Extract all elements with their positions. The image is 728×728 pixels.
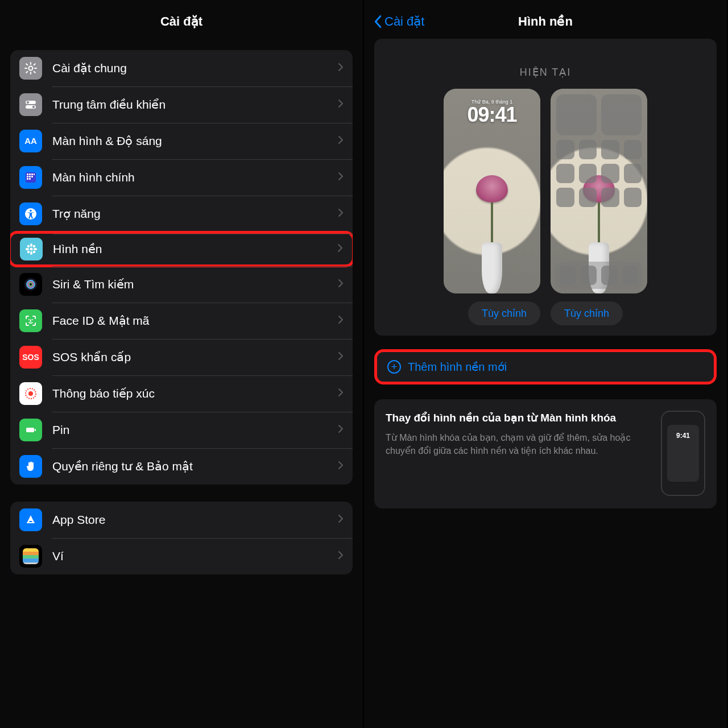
wallet-icon [19,545,42,568]
appstore-icon [19,508,42,531]
chevron-right-icon [338,551,344,562]
back-label: Cài đặt [384,14,424,29]
faceid-icon [19,309,42,332]
svg-point-20 [30,251,32,255]
flower-icon [20,238,43,260]
wallpaper-previews: Thứ Ba, 9 tháng 1 09:41 [384,89,706,293]
chevron-right-icon [338,424,344,436]
exposure-icon [19,382,42,405]
svg-rect-38 [27,522,35,523]
nav-bar: Cài đặt Hình nền [364,5,727,39]
svg-point-31 [28,319,30,320]
chevron-right-icon [338,279,344,290]
settings-scroll[interactable]: Cài đặt chungTrung tâm điều khiểnAAMàn h… [0,50,363,574]
back-button[interactable]: Cài đặt [373,14,424,29]
chevron-right-icon [338,461,344,472]
add-new-wallpaper-button[interactable]: + Thêm hình nền mới [374,349,717,384]
row-label: Màn hình chính [52,171,338,184]
svg-point-22 [34,248,37,250]
settings-row-AA[interactable]: AAMàn hình & Độ sáng [10,123,353,159]
settings-row-switches[interactable]: Trung tâm điều khiển [10,86,353,123]
settings-group: Cài đặt chungTrung tâm điều khiểnAAMàn h… [10,50,353,485]
page-title: Hình nền [518,14,573,29]
settings-row-SOS[interactable]: SOSSOS khẩn cấp [10,339,353,375]
homescreen-preview[interactable] [551,89,647,293]
settings-row-exposure[interactable]: Thông báo tiếp xúc [10,375,353,412]
customize-home-button[interactable]: Tùy chỉnh [551,301,623,325]
svg-rect-11 [27,176,28,177]
wallpaper-panel: Cài đặt Hình nền HIỆN TẠI Thứ Ba, 9 thán… [364,0,728,728]
settings-row-flower[interactable]: Hình nền [10,231,353,267]
siri-icon [19,273,42,296]
chevron-left-icon [373,15,382,28]
svg-point-34 [28,391,33,396]
settings-row-faceid[interactable]: Face ID & Mật mã [10,303,353,339]
chevron-right-icon [337,243,343,255]
AA-icon: AA [19,130,42,152]
row-label: Pin [52,423,338,437]
tip-phone-illustration: 9:41 [661,411,705,496]
battery-icon [19,419,42,441]
gear-icon [19,57,42,80]
row-label: Thông báo tiếp xúc [52,387,338,400]
chevron-right-icon [338,135,344,147]
svg-point-0 [29,67,33,71]
add-new-label: Thêm hình nền mới [408,360,507,374]
row-label: App Store [52,513,338,527]
svg-rect-10 [34,173,35,175]
svg-point-21 [26,248,29,250]
svg-rect-35 [26,428,34,432]
svg-rect-36 [35,429,36,431]
customize-lock-button[interactable]: Tùy chỉnh [468,301,540,325]
svg-point-2 [27,101,29,104]
row-label: Face ID & Mật mã [52,314,338,328]
svg-point-18 [30,248,33,251]
tip-body: Từ Màn hình khóa của bạn, chạm và giữ để… [386,431,651,457]
svg-point-32 [32,319,33,320]
tip-title: Thay đổi hình nền của bạn từ Màn hình kh… [386,411,651,425]
page-title: Cài đặt [160,14,202,29]
svg-rect-7 [27,173,28,175]
settings-group: App StoreVí [10,502,353,574]
row-label: Ví [52,549,338,563]
svg-rect-8 [29,173,31,175]
svg-point-4 [32,106,35,108]
settings-row-siri[interactable]: Siri & Tìm kiếm [10,266,353,303]
svg-point-17 [30,210,32,212]
customize-buttons-row: Tùy chỉnh Tùy chỉnh [384,301,706,325]
chevron-right-icon [338,514,344,526]
svg-point-23 [27,245,30,247]
settings-row-wallet[interactable]: Ví [10,538,353,574]
settings-row-appstore[interactable]: App Store [10,502,353,538]
settings-row-hand[interactable]: Quyền riêng tư & Bảo mật [10,448,353,485]
chevron-right-icon [338,208,344,220]
lockscreen-preview[interactable]: Thứ Ba, 9 tháng 1 09:41 [444,89,540,293]
section-header: HIỆN TẠI [384,66,706,78]
row-label: Trợ năng [52,207,338,221]
svg-rect-14 [27,178,28,180]
settings-row-accessibility[interactable]: Trợ năng [10,196,353,232]
SOS-icon: SOS [19,346,42,369]
wallpaper-scroll[interactable]: HIỆN TẠI Thứ Ba, 9 tháng 1 09:41 [364,39,727,508]
row-label: Cài đặt chung [52,61,338,75]
svg-point-24 [33,245,35,247]
chevron-right-icon [338,315,344,326]
svg-point-26 [33,251,35,253]
apps-icon [19,166,42,189]
svg-rect-15 [29,178,31,180]
plus-circle-icon: + [387,360,401,374]
hand-icon [19,455,42,478]
settings-row-gear[interactable]: Cài đặt chung [10,50,353,86]
svg-rect-13 [31,176,33,177]
settings-row-apps[interactable]: Màn hình chính [10,159,353,196]
row-label: Quyền riêng tư & Bảo mật [52,460,338,473]
svg-point-19 [30,243,32,247]
row-label: SOS khẩn cấp [52,350,338,364]
switches-icon [19,93,42,116]
row-label: Trung tâm điều khiển [52,98,338,111]
settings-row-battery[interactable]: Pin [10,412,353,448]
row-label: Siri & Tìm kiếm [52,278,338,291]
chevron-right-icon [338,63,344,74]
chevron-right-icon [338,172,344,183]
svg-point-25 [27,251,30,253]
